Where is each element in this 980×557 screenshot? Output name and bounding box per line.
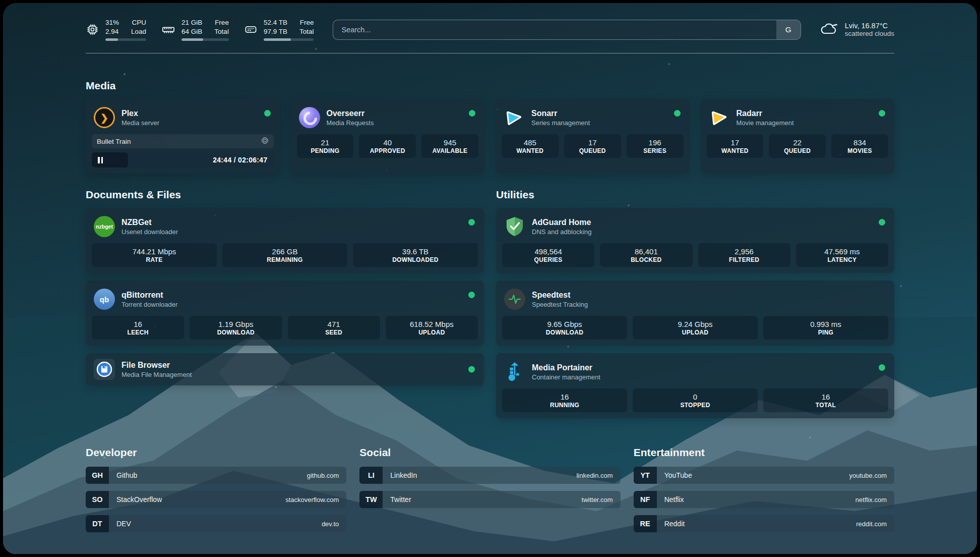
service-desc: Movie management — [737, 119, 794, 127]
ram-icon — [161, 23, 175, 37]
sonarr-card[interactable]: Sonarr Series management 485 WANTED 17 Q… — [496, 99, 690, 174]
filebrowser-icon — [94, 359, 115, 380]
section-title-entertainment: Entertainment — [634, 447, 894, 459]
stat-remaining: 266 GB REMAINING — [222, 243, 347, 267]
dashboard-screen: 31% 2.94 CPU Load — [3, 3, 977, 554]
search-provider-button[interactable]: G — [776, 20, 801, 39]
stat-running: 16 RUNNING — [502, 388, 627, 412]
disk-total-label: Total — [299, 27, 314, 36]
status-dot — [468, 219, 475, 226]
memory-free-value: 21 GiB — [181, 18, 202, 27]
plex-icon: ❯ — [94, 107, 115, 128]
plex-card[interactable]: ❯ Plex Media server Bullet Train — [86, 99, 280, 174]
cpu-progress-bar — [105, 38, 146, 41]
adguard-card[interactable]: AdGuard Home DNS and adblocking 498,564 … — [496, 208, 894, 273]
hard-drive-icon — [244, 23, 258, 36]
service-desc: Speedtest Tracking — [532, 301, 588, 308]
stat-upload: 618.52 Mbps UPLOAD — [386, 316, 478, 340]
bookmark-dev[interactable]: DT DEV dev.to — [86, 515, 346, 532]
bookmark-youtube[interactable]: YT YouTube youtube.com — [634, 467, 894, 484]
cpu-usage-value: 31% — [105, 18, 119, 27]
portainer-icon — [504, 361, 525, 382]
disk-total-value: 97.9 TB — [264, 27, 287, 36]
header-divider — [86, 53, 894, 53]
service-name: Sonarr — [531, 109, 590, 118]
weather-condition: scattered clouds — [845, 30, 894, 37]
bookmark-linkedin[interactable]: LI LinkedIn linkedin.com — [359, 467, 620, 484]
cpu-label: CPU — [131, 18, 146, 27]
portainer-card[interactable]: Media Portainer Container management 16 … — [496, 353, 894, 418]
radarr-icon — [709, 107, 730, 128]
resource-widgets: 31% 2.94 CPU Load — [86, 18, 314, 41]
service-desc: Media server — [121, 119, 159, 127]
search-bar[interactable]: G — [333, 20, 801, 40]
bookmark-abbr: SO — [86, 491, 109, 508]
bookmark-group-entertainment: Entertainment YT YouTube youtube.com NF … — [634, 447, 894, 532]
disk-widget: 52.4 TB 97.9 TB Free Total — [244, 18, 314, 41]
bookmark-url: reddit.com — [856, 515, 894, 532]
bookmark-abbr: YT — [634, 467, 657, 484]
service-desc: DNS and adblocking — [532, 228, 592, 236]
now-playing-row: Bullet Train — [92, 134, 274, 148]
speedtest-card[interactable]: Speedtest Speedtest Tracking 9.65 Gbps D… — [496, 281, 894, 346]
bookmark-url: stackoverflow.com — [285, 491, 346, 508]
now-playing-title: Bullet Train — [97, 138, 131, 145]
bookmark-stackoverflow[interactable]: SO StackOverflow stackoverflow.com — [86, 491, 346, 508]
stat-queued: 17 QUEUED — [564, 134, 621, 158]
pause-icon — [98, 157, 103, 163]
memory-widget: 21 GiB 64 GiB Free Total — [161, 18, 229, 41]
bookmark-abbr: TW — [359, 491, 383, 508]
service-desc: Container management — [532, 373, 600, 381]
bookmark-reddit[interactable]: RE Reddit reddit.com — [634, 515, 894, 532]
radarr-card[interactable]: Radarr Movie management 17 WANTED 22 QUE… — [701, 99, 895, 174]
bookmark-name: DEV — [109, 515, 322, 532]
stat-downloaded: 39.6 TB DOWNLOADED — [353, 243, 478, 267]
nzbget-card[interactable]: nzbget NZBGet Usenet downloader 744.21 M… — [86, 208, 484, 273]
bookmark-twitter[interactable]: TW Twitter twitter.com — [359, 491, 620, 508]
overseerr-card[interactable]: Overseerr Media Requests 21 PENDING 40 A… — [291, 99, 485, 174]
bookmark-github[interactable]: GH Github github.com — [86, 467, 346, 484]
stat-available: 945 AVAILABLE — [421, 134, 478, 158]
disk-free-value: 52.4 TB — [264, 18, 287, 27]
stat-download: 1.19 Gbps DOWNLOAD — [190, 316, 282, 340]
stat-series: 196 SERIES — [627, 134, 684, 158]
stat-wanted: 17 WANTED — [707, 134, 764, 158]
stat-ping: 0.993 ms PING — [763, 316, 888, 340]
stat-upload: 9.24 Gbps UPLOAD — [633, 316, 758, 340]
service-name: AdGuard Home — [532, 218, 592, 227]
bookmark-netflix[interactable]: NF Netflix netflix.com — [634, 491, 894, 508]
speedtest-icon — [504, 289, 525, 310]
gear-icon[interactable] — [261, 137, 269, 146]
bookmark-group-social: Social LI LinkedIn linkedin.com TW Twitt… — [359, 447, 620, 532]
memory-total-label: Total — [214, 27, 229, 36]
bookmark-url: github.com — [307, 467, 347, 484]
qbittorrent-card[interactable]: qb qBittorrent Torrent downloader 16 LEE… — [86, 281, 484, 346]
search-input[interactable] — [333, 20, 776, 39]
monitor-frame: 31% 2.94 CPU Load — [0, 0, 980, 557]
bookmark-url: twitter.com — [582, 491, 621, 508]
service-desc: Series management — [531, 119, 590, 127]
memory-free-label: Free — [214, 18, 229, 27]
section-title-utilities: Utilities — [496, 189, 894, 201]
filebrowser-card[interactable]: File Browser Media File Management — [86, 353, 484, 385]
stat-seed: 471 SEED — [288, 316, 380, 340]
sonarr-icon — [504, 107, 525, 128]
status-dot — [468, 366, 475, 373]
stat-queries: 498,564 QUERIES — [502, 243, 594, 267]
bookmark-abbr: LI — [359, 467, 383, 484]
adguard-icon — [504, 216, 525, 237]
qbittorrent-icon: qb — [94, 289, 115, 310]
service-name: File Browser — [121, 361, 192, 370]
nzbget-icon: nzbget — [94, 216, 115, 237]
status-dot — [468, 292, 475, 298]
stat-queued: 22 QUEUED — [769, 134, 826, 158]
cloud-icon — [820, 21, 838, 38]
stat-latency: 47.569 ms LATENCY — [796, 243, 888, 267]
bookmark-abbr: DT — [86, 515, 109, 532]
service-name: Speedtest — [532, 291, 588, 300]
bookmark-group-developer: Developer GH Github github.com SO StackO… — [86, 447, 346, 532]
weather-widget: Lviv, 16.87°C scattered clouds — [820, 21, 894, 38]
service-desc: Torrent downloader — [121, 301, 177, 308]
status-dot — [674, 110, 681, 117]
section-title-developer: Developer — [86, 447, 346, 459]
